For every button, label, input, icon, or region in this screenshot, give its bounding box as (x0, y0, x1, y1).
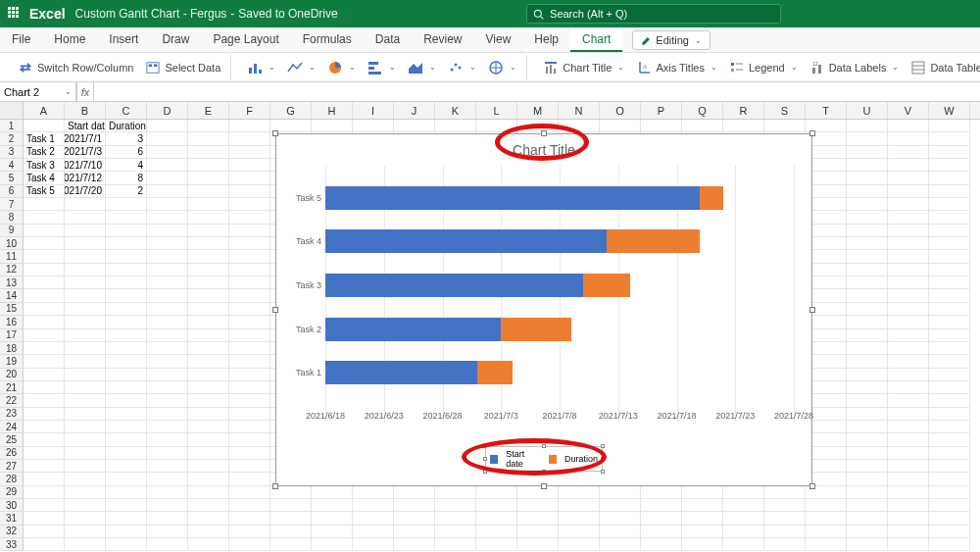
cell[interactable]: 8 (106, 172, 147, 184)
cell[interactable] (188, 394, 229, 407)
cell[interactable] (106, 342, 147, 355)
cell[interactable] (229, 486, 270, 499)
cell[interactable] (929, 237, 970, 250)
cell[interactable] (435, 512, 476, 525)
cell[interactable] (641, 486, 682, 499)
cell[interactable]: Duration (106, 120, 147, 132)
cell[interactable] (106, 460, 147, 473)
cell[interactable] (106, 369, 147, 381)
cell[interactable] (353, 538, 394, 551)
row-header[interactable]: 10 (0, 237, 24, 250)
cell[interactable] (929, 342, 970, 355)
cell[interactable] (106, 394, 147, 407)
cell[interactable] (65, 486, 106, 499)
cell[interactable] (888, 159, 929, 172)
cell[interactable] (147, 394, 188, 407)
cell[interactable] (106, 211, 147, 224)
cell[interactable] (517, 120, 559, 132)
cell[interactable] (806, 526, 847, 538)
row-header[interactable]: 17 (0, 329, 24, 342)
cell[interactable] (229, 408, 270, 421)
cell[interactable] (682, 120, 723, 132)
cell[interactable] (229, 225, 270, 237)
cell[interactable] (723, 538, 764, 551)
cell[interactable] (106, 499, 147, 512)
cell[interactable] (929, 120, 970, 132)
cell[interactable] (476, 526, 517, 538)
cell[interactable] (24, 369, 65, 381)
cell[interactable] (147, 433, 188, 446)
cell[interactable] (106, 381, 147, 394)
cell[interactable] (394, 526, 435, 538)
cell[interactable] (147, 408, 188, 421)
cell[interactable] (229, 211, 270, 224)
cell[interactable] (229, 369, 270, 381)
cell[interactable] (353, 486, 394, 499)
column-header[interactable]: N (559, 102, 600, 119)
cell[interactable] (24, 460, 65, 473)
cell[interactable] (270, 526, 312, 538)
cell[interactable] (929, 276, 970, 289)
column-header[interactable]: F (229, 102, 270, 119)
menu-home[interactable]: Home (42, 27, 97, 52)
cell[interactable]: Task 4 (24, 172, 65, 184)
cell[interactable] (929, 225, 970, 237)
cell[interactable] (147, 237, 188, 250)
cell[interactable] (723, 120, 764, 132)
spreadsheet-grid[interactable]: ABCDEFGHIJKLMNOPQRSTUVW 1Start dateDurat… (0, 102, 980, 552)
cell[interactable] (476, 120, 517, 132)
cell[interactable] (847, 394, 888, 407)
column-header[interactable]: C (106, 102, 147, 119)
cell[interactable] (353, 526, 394, 538)
resize-handle[interactable] (272, 483, 278, 489)
cell[interactable] (600, 538, 641, 551)
cell[interactable] (106, 355, 147, 368)
cell[interactable] (312, 120, 353, 132)
cell[interactable] (517, 526, 559, 538)
cell[interactable] (24, 433, 65, 446)
menu-data[interactable]: Data (364, 27, 412, 52)
column-header[interactable]: O (600, 102, 641, 119)
cell[interactable] (312, 538, 353, 551)
column-header[interactable]: L (476, 102, 517, 119)
cell[interactable] (188, 289, 229, 302)
cell[interactable] (888, 329, 929, 342)
chart-title-button[interactable]: Chart Title⌄ (539, 58, 628, 77)
cell[interactable] (394, 512, 435, 525)
cell[interactable] (147, 211, 188, 224)
cell[interactable] (847, 486, 888, 499)
cell[interactable] (188, 316, 229, 328)
cell[interactable] (929, 460, 970, 473)
cell[interactable] (65, 369, 106, 381)
chart-type-line[interactable]: ⌄ (283, 58, 319, 77)
cell[interactable] (394, 120, 435, 132)
cell[interactable] (929, 159, 970, 172)
cell[interactable] (847, 460, 888, 473)
cell[interactable] (65, 473, 106, 485)
cell[interactable] (229, 433, 270, 446)
cell[interactable] (929, 316, 970, 328)
cell[interactable] (929, 172, 970, 184)
cell[interactable] (888, 289, 929, 302)
cell[interactable] (147, 499, 188, 512)
row-header[interactable]: 33 (0, 538, 24, 551)
cell[interactable] (847, 421, 888, 433)
cell[interactable] (106, 276, 147, 289)
cell[interactable] (270, 499, 312, 512)
cell[interactable] (147, 225, 188, 237)
cell[interactable] (229, 342, 270, 355)
cell[interactable] (65, 394, 106, 407)
row-header[interactable]: 11 (0, 250, 24, 263)
resize-handle[interactable] (809, 130, 815, 136)
cell[interactable] (106, 250, 147, 263)
row-header[interactable]: 21 (0, 381, 24, 394)
cell[interactable] (888, 316, 929, 328)
column-header[interactable]: M (517, 102, 559, 119)
chart-type-area[interactable]: ⌄ (404, 58, 440, 77)
chart-type-other[interactable]: ⌄ (484, 58, 520, 77)
cell[interactable] (929, 486, 970, 499)
cell[interactable] (435, 499, 476, 512)
menu-formulas[interactable]: Formulas (291, 27, 364, 52)
cell[interactable] (24, 473, 65, 485)
cell[interactable] (888, 303, 929, 316)
